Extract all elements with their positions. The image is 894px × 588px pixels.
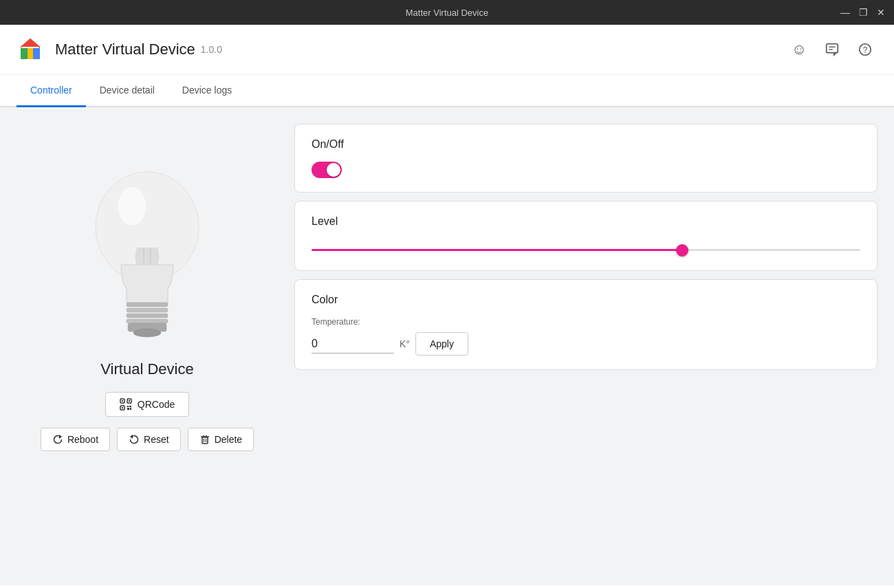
svg-rect-27 bbox=[127, 406, 129, 407]
tabs-container: Controller Device detail Device logs bbox=[0, 75, 894, 107]
color-card: Color Temperature: K° Apply bbox=[294, 279, 877, 370]
app-title: Matter Virtual Device bbox=[55, 41, 195, 58]
emoji-button[interactable]: ☺ bbox=[787, 37, 811, 62]
tab-controller[interactable]: Controller bbox=[17, 75, 86, 107]
reset-button[interactable]: Reset bbox=[117, 428, 181, 451]
svg-rect-28 bbox=[129, 406, 131, 407]
svg-point-18 bbox=[133, 329, 161, 337]
reboot-icon bbox=[52, 434, 63, 445]
header: Matter Virtual Device 1.0.0 ☺ ? bbox=[0, 25, 894, 75]
temp-label: Temperature: bbox=[312, 317, 860, 327]
level-card: Level bbox=[294, 201, 877, 271]
svg-rect-22 bbox=[122, 400, 123, 402]
svg-rect-30 bbox=[130, 408, 131, 410]
svg-rect-4 bbox=[28, 48, 33, 59]
onoff-toggle[interactable] bbox=[312, 162, 342, 178]
header-icons: ☺ ? bbox=[787, 37, 877, 62]
restore-button[interactable]: ❐ bbox=[857, 6, 869, 19]
temperature-input[interactable] bbox=[312, 335, 394, 353]
temp-unit: K° bbox=[400, 338, 410, 349]
onoff-card: On/Off bbox=[294, 124, 877, 193]
svg-rect-6 bbox=[827, 44, 838, 53]
svg-rect-26 bbox=[122, 407, 123, 409]
toggle-container bbox=[312, 162, 860, 178]
toggle-track bbox=[312, 162, 342, 178]
tab-device-detail[interactable]: Device detail bbox=[86, 75, 168, 107]
reset-label: Reset bbox=[144, 434, 169, 445]
feedback-icon bbox=[825, 42, 840, 57]
main-content: Virtual Device QRCode bbox=[0, 107, 894, 585]
delete-label: Delete bbox=[215, 434, 242, 445]
svg-marker-31 bbox=[59, 435, 62, 439]
svg-rect-29 bbox=[127, 408, 129, 410]
slider-container bbox=[312, 239, 860, 257]
level-label: Level bbox=[312, 215, 860, 228]
titlebar-title: Matter Virtual Device bbox=[406, 8, 488, 18]
app-version: 1.0.0 bbox=[201, 44, 222, 55]
svg-text:?: ? bbox=[863, 45, 868, 55]
device-name: Virtual Device bbox=[100, 360, 193, 378]
svg-marker-5 bbox=[21, 39, 40, 47]
delete-button[interactable]: Delete bbox=[188, 428, 254, 451]
close-button[interactable]: ✕ bbox=[875, 6, 887, 19]
svg-rect-33 bbox=[202, 437, 208, 444]
svg-rect-24 bbox=[129, 400, 130, 402]
level-slider[interactable] bbox=[312, 249, 860, 251]
svg-rect-2 bbox=[21, 48, 28, 59]
qrcode-icon bbox=[120, 398, 132, 411]
app-logo bbox=[17, 36, 44, 63]
onoff-label: On/Off bbox=[312, 138, 860, 151]
titlebar-controls: — ❐ ✕ bbox=[839, 6, 887, 19]
svg-rect-14 bbox=[127, 308, 168, 312]
minimize-button[interactable]: — bbox=[839, 6, 851, 19]
tab-device-logs[interactable]: Device logs bbox=[168, 75, 246, 107]
qrcode-label: QRCode bbox=[138, 399, 175, 410]
svg-rect-15 bbox=[127, 314, 168, 318]
controls-panel: On/Off Level Color Temperature: bbox=[294, 124, 877, 569]
help-icon: ? bbox=[858, 42, 873, 57]
qrcode-button[interactable]: QRCode bbox=[105, 392, 189, 417]
reset-icon bbox=[129, 434, 140, 445]
svg-point-12 bbox=[118, 187, 146, 226]
action-buttons: Reboot Reset Delete bbox=[41, 428, 254, 451]
reboot-button[interactable]: Reboot bbox=[41, 428, 110, 451]
svg-marker-32 bbox=[130, 435, 133, 439]
help-button[interactable]: ? bbox=[853, 37, 877, 62]
svg-rect-13 bbox=[127, 303, 168, 307]
temperature-row: K° Apply bbox=[312, 332, 860, 356]
apply-button[interactable]: Apply bbox=[415, 332, 468, 356]
reboot-label: Reboot bbox=[67, 434, 98, 445]
color-label: Color bbox=[312, 294, 860, 306]
svg-rect-3 bbox=[33, 48, 40, 59]
toggle-thumb bbox=[327, 163, 340, 177]
delete-icon bbox=[199, 434, 210, 445]
svg-rect-16 bbox=[127, 319, 168, 323]
bulb-image bbox=[72, 151, 223, 347]
device-panel: Virtual Device QRCode bbox=[17, 124, 278, 569]
bulb-svg bbox=[72, 151, 223, 344]
titlebar: Matter Virtual Device — ❐ ✕ bbox=[0, 0, 894, 25]
feedback-button[interactable] bbox=[820, 37, 844, 62]
